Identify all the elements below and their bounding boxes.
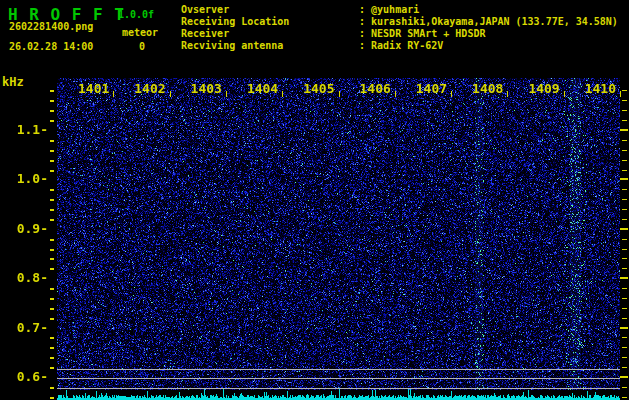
y-axis-minor-tick bbox=[50, 357, 54, 359]
y-axis-minor-tick bbox=[50, 397, 54, 399]
y-axis-label: 0.8- bbox=[2, 270, 48, 285]
info-row: Receiver: NESDR SMArt + HDSDR bbox=[181, 28, 618, 40]
y-axis-right-major-tick bbox=[620, 228, 628, 230]
info-row: Ovserver: @yuhmari bbox=[181, 4, 618, 16]
y-axis-minor-tick bbox=[50, 150, 54, 152]
y-axis-right-minor-tick bbox=[622, 239, 627, 240]
y-axis-right-minor-tick bbox=[622, 397, 627, 398]
y-axis-right-minor-tick bbox=[622, 90, 627, 91]
y-axis-right-minor-tick bbox=[622, 199, 627, 200]
y-axis-minor-tick bbox=[50, 219, 54, 221]
info-row-separator: : bbox=[359, 40, 371, 51]
y-axis-minor-tick bbox=[50, 268, 54, 270]
y-axis-right-minor-tick bbox=[622, 337, 627, 338]
y-axis-right-minor-tick bbox=[622, 308, 627, 309]
y-axis-right-major-tick bbox=[620, 277, 628, 279]
y-axis-minor-tick bbox=[50, 367, 54, 369]
y-axis-right-minor-tick bbox=[622, 249, 627, 250]
y-axis-minor-tick bbox=[50, 337, 54, 339]
output-filename: 2602281400.png bbox=[9, 21, 93, 32]
y-axis-minor-tick bbox=[50, 100, 54, 102]
info-row-separator: : bbox=[359, 16, 371, 27]
y-axis-minor-tick bbox=[50, 189, 54, 191]
y-axis-minor-tick bbox=[50, 387, 54, 389]
y-axis-minor-tick bbox=[50, 90, 54, 92]
info-row-value: Radix RY-62V bbox=[371, 40, 443, 51]
y-axis-label: 1.1- bbox=[2, 122, 48, 137]
y-axis-right-minor-tick bbox=[622, 100, 627, 101]
datetime-label: 26.02.28 14:00 bbox=[9, 41, 93, 52]
info-row-value: NESDR SMArt + HDSDR bbox=[371, 28, 485, 39]
y-axis-label: 0.6- bbox=[2, 369, 48, 384]
y-axis-minor-tick bbox=[50, 347, 54, 349]
y-axis-right-minor-tick bbox=[622, 110, 627, 111]
y-axis-minor-tick bbox=[50, 318, 54, 320]
y-axis-right-minor-tick bbox=[622, 288, 627, 289]
y-axis-right-minor-tick bbox=[622, 209, 627, 210]
y-axis-minor-tick bbox=[50, 110, 54, 112]
info-row-separator: : bbox=[359, 4, 371, 15]
y-axis-minor-tick bbox=[50, 120, 54, 122]
spectrogram-canvas bbox=[57, 78, 620, 400]
y-axis-unit-label: kHz bbox=[2, 75, 24, 89]
y-axis-right-minor-tick bbox=[622, 140, 627, 141]
info-row-label: Recviving antenna bbox=[181, 40, 359, 52]
y-axis-minor-tick bbox=[50, 249, 54, 251]
y-axis-right-minor-tick bbox=[622, 189, 627, 190]
x-axis-tick bbox=[620, 91, 621, 97]
y-axis-right-minor-tick bbox=[622, 258, 627, 259]
meteor-count: 0 bbox=[122, 41, 162, 52]
y-axis-right-minor-tick bbox=[622, 347, 627, 348]
y-axis-right-minor-tick bbox=[622, 318, 627, 319]
y-axis-right-minor-tick bbox=[622, 150, 627, 151]
y-axis-minor-tick bbox=[50, 258, 54, 260]
y-axis-minor-tick bbox=[50, 199, 54, 201]
y-axis-right-major-tick bbox=[620, 178, 628, 180]
info-row-label: Receiver bbox=[181, 28, 359, 40]
info-row-value: kurashiki,Okayama,JAPAN (133.77E, 34.58N… bbox=[371, 16, 618, 27]
y-axis-minor-tick bbox=[50, 308, 54, 310]
y-axis-right-major-tick bbox=[620, 327, 628, 329]
info-row-label: Receiving Location bbox=[181, 16, 359, 28]
info-row: Receiving Location: kurashiki,Okayama,JA… bbox=[181, 16, 618, 28]
y-axis-minor-tick bbox=[50, 239, 54, 241]
info-row-separator: : bbox=[359, 28, 371, 39]
y-axis-right-minor-tick bbox=[622, 387, 627, 388]
y-axis-minor-tick bbox=[50, 170, 54, 172]
y-axis-minor-tick bbox=[50, 288, 54, 290]
y-axis-right-major-tick bbox=[620, 376, 628, 378]
y-axis-right-minor-tick bbox=[622, 367, 627, 368]
y-axis-right-minor-tick bbox=[622, 120, 627, 121]
y-axis-minor-tick bbox=[50, 298, 54, 300]
y-axis-label: 1.0- bbox=[2, 171, 48, 186]
y-axis-label: 0.7- bbox=[2, 320, 48, 335]
app-version: 1.0.0f bbox=[118, 9, 154, 20]
y-axis-label: 0.9- bbox=[2, 221, 48, 236]
y-axis-right-minor-tick bbox=[622, 170, 627, 171]
y-axis-minor-tick bbox=[50, 140, 54, 142]
y-axis-minor-tick bbox=[50, 160, 54, 162]
info-row-label: Ovserver bbox=[181, 4, 359, 16]
y-axis-right-minor-tick bbox=[622, 268, 627, 269]
info-row: Recviving antenna: Radix RY-62V bbox=[181, 40, 618, 52]
y-axis-minor-tick bbox=[50, 209, 54, 211]
y-axis-right-minor-tick bbox=[622, 298, 627, 299]
y-axis-right-minor-tick bbox=[622, 160, 627, 161]
mode-label: meteor bbox=[122, 27, 158, 38]
hrofft-screen: H R O F F T 1.0.0f 2602281400.png meteor… bbox=[0, 0, 629, 400]
info-row-value: @yuhmari bbox=[371, 4, 419, 15]
station-info-block: Ovserver: @yuhmariReceiving Location: ku… bbox=[181, 4, 618, 52]
y-axis-right-minor-tick bbox=[622, 219, 627, 220]
y-axis-right-minor-tick bbox=[622, 357, 627, 358]
y-axis-right-major-tick bbox=[620, 129, 628, 131]
